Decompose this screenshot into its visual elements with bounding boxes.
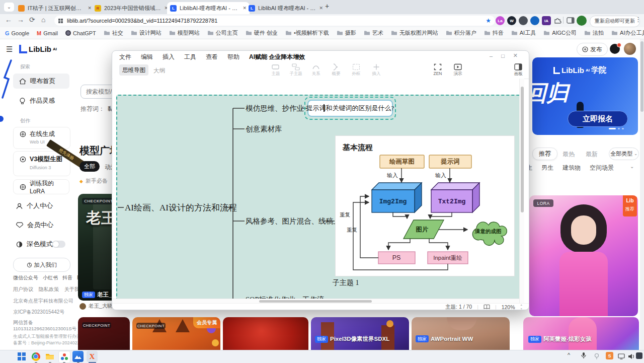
banner-cta-button[interactable]: 立即报名 — [568, 111, 628, 127]
bookmark-folder-social[interactable]: 社交 — [104, 29, 123, 37]
filter-new[interactable]: 最新 — [586, 150, 598, 159]
tray-display-icon[interactable] — [618, 352, 625, 361]
tray-mic-icon[interactable] — [581, 352, 587, 361]
sidebar-item-online-generate[interactable]: 在线生成 Web UI — [13, 127, 70, 149]
map-branch-2[interactable]: 创意素材库 — [246, 124, 282, 134]
taskbar-photos-icon[interactable] — [72, 351, 84, 362]
bookmark-folder-stock[interactable]: 无版权图片网站 — [391, 29, 438, 37]
zoom-level[interactable]: 120% — [502, 304, 515, 310]
bookmark-folder-fapai[interactable]: 法拍 — [584, 29, 604, 37]
bookmark-gmail[interactable]: MGmail — [37, 30, 58, 36]
browser-tab-4[interactable]: L LiblibAI 哩布哩布AI - 中国领先 ✕ — [246, 2, 326, 14]
forward-icon[interactable]: → — [17, 16, 24, 24]
bookmark-folder-video[interactable]: •视频解析下载 — [285, 29, 329, 37]
bookmark-google[interactable]: GGoogle — [5, 30, 29, 36]
minimize-icon[interactable]: – — [490, 53, 493, 59]
tab-outline[interactable]: 大纲 — [153, 67, 165, 75]
bookmark-folder-photo[interactable]: 摄影 — [337, 29, 356, 37]
tags-expand-chevron[interactable]: ⌄ — [630, 164, 634, 169]
link-terms[interactable]: 用户协议 — [13, 286, 33, 293]
link-douyin[interactable]: 抖音 — [62, 274, 72, 281]
bookmark-folder-aigc[interactable]: AIGC公司 — [543, 29, 577, 37]
browser-tab-3-active[interactable]: L LiblibAI-哩布哩布AI - 中国领先 ✕ — [167, 2, 250, 14]
flowchart-image-node[interactable]: 基本流程 绘画草图 提示词 输入 输入 Img2Img — [335, 135, 515, 276]
liblib-logo[interactable]: LibLib AI — [19, 43, 57, 54]
bookmark-folder-art[interactable]: 艺术 — [364, 29, 383, 37]
bookmark-folder-models[interactable]: 模型网站 — [169, 29, 200, 37]
model-card-lora-girl[interactable]: LORA Lib 推荐 — [529, 195, 638, 316]
back-icon[interactable]: ← — [5, 16, 12, 24]
sidebar-item-member[interactable]: 会员中心 — [16, 221, 53, 230]
tray-ime-icon[interactable] — [636, 352, 642, 359]
hamburger-menu-icon[interactable]: ☰ — [6, 45, 13, 54]
h-scrollbar[interactable] — [113, 299, 524, 303]
type-filter-dropdown[interactable]: 全部类型 ⌄ — [609, 148, 639, 160]
home-icon[interactable]: ⌂ — [41, 16, 45, 24]
menu-edit[interactable]: 编辑 — [141, 53, 153, 61]
update-chip-button[interactable]: 重新启动即可更新 — [590, 16, 640, 27]
bookmark-chatgpt[interactable]: ChatGPT — [65, 30, 96, 36]
v-scrollbar[interactable] — [519, 79, 524, 303]
map-root-node[interactable]: AI绘画、AI设计的方法和流程 — [125, 202, 237, 213]
bookmark-folder-design[interactable]: 设计网站 — [131, 29, 162, 37]
start-button[interactable] — [16, 351, 27, 362]
browser-tab-2[interactable]: R 2023年中国营销领域AIGC技术 ✕ — [92, 2, 171, 14]
close-icon[interactable]: ✕ — [319, 6, 323, 11]
map-selected-node[interactable]: 提示词和关键词的区别是什么? — [307, 100, 393, 117]
tab-search-button[interactable]: ⌄ — [4, 3, 14, 12]
tray-chevron-up-icon[interactable]: ^ — [568, 352, 570, 358]
extension-la-icon[interactable]: La — [496, 16, 505, 25]
extension-blue-icon[interactable] — [530, 16, 539, 25]
extension-dark-icon[interactable] — [519, 16, 528, 25]
bookmark-folder-aioffice[interactable]: AI办公工具 — [611, 29, 644, 37]
taskbar-mindmap-app-icon-active[interactable]: X — [87, 351, 98, 362]
flowchart-caption[interactable]: 子主题 1 — [333, 278, 359, 287]
bookmark-folder-douyin[interactable]: 抖音 — [484, 29, 504, 37]
sidebar-item-home[interactable]: 哩布首页 — [13, 74, 69, 89]
bookmark-folder-jifen[interactable]: 积分落户 — [446, 29, 476, 37]
menu-insert[interactable]: 插入 — [163, 53, 175, 61]
tool-boundary[interactable]: 外框 — [347, 63, 366, 77]
tool-summary[interactable]: 概要 — [327, 63, 346, 77]
tool-insert[interactable]: 插入 — [367, 63, 386, 77]
tag-item[interactable]: 男生 — [541, 164, 553, 172]
zoom-stepper[interactable]: ⌃ ⌄ — [520, 305, 523, 309]
tray-pin-icon[interactable] — [594, 352, 600, 361]
tag-item[interactable]: 建筑物 — [562, 164, 581, 172]
newbie-row[interactable]: ◆ 新手必备 — [79, 177, 108, 185]
menu-help[interactable]: 帮助 — [227, 53, 239, 61]
sidebar-item-profile[interactable]: 个人中心 — [16, 201, 53, 210]
tool-board[interactable]: 画板 — [509, 63, 528, 77]
close-icon[interactable]: ✕ — [88, 6, 92, 11]
tool-zen-mode[interactable]: ZEN — [428, 63, 447, 76]
user-avatar[interactable] — [624, 43, 636, 55]
taskbar-explorer-icon[interactable] — [44, 351, 55, 362]
map-branch-1[interactable]: 模仿思维、抄作业 — [246, 104, 304, 113]
page-scrollbar[interactable] — [640, 39, 644, 350]
side-panel-icon[interactable] — [567, 17, 575, 26]
bookmark-folder-hardware[interactable]: 硬件 创业 — [246, 29, 278, 37]
extension-ia-icon[interactable]: IA — [542, 16, 551, 25]
v-scrollbar-thumb[interactable] — [521, 87, 524, 212]
tray-speaker-icon[interactable] — [628, 352, 634, 361]
browser-menu-icon[interactable]: ⋮ — [635, 16, 641, 23]
mindmap-canvas[interactable]: AI绘画、AI设计的方法和流程 模仿思维、抄作业 提示词和关键词的区别是什么? … — [113, 79, 524, 303]
profile-avatar[interactable] — [577, 16, 587, 26]
sidebar-item-v3-generate[interactable]: V3模型生图 Diffusion 3 抢先体验 — [13, 151, 70, 176]
h-scrollbar-thumb[interactable] — [259, 300, 372, 303]
new-tab-button[interactable]: + — [325, 2, 329, 10]
tab-mindmap[interactable]: 思维导图 — [119, 64, 148, 76]
bookmark-star-icon[interactable]: ★ — [486, 17, 491, 24]
tool-subtopic[interactable]: 子主题 — [286, 63, 305, 77]
taskbar-chrome-icon[interactable] — [30, 351, 41, 362]
address-bar[interactable]: liblib.art/?sourceId=000293&bd_vid=11122… — [54, 16, 495, 26]
close-icon[interactable]: ✕ — [513, 52, 518, 59]
bookmark-folder-aitools[interactable]: AI工具 — [511, 29, 536, 37]
page-scrollbar-thumb[interactable] — [640, 41, 643, 112]
tray-snip-icon[interactable]: S — [606, 352, 613, 359]
browser-tab-1[interactable]: IT桔子 | 泛互联网创业投资项目 ✕ — [15, 2, 95, 14]
tool-present[interactable]: 演示 — [448, 63, 467, 77]
menu-tools[interactable]: 工具 — [184, 53, 196, 61]
extension-w-icon[interactable]: W — [507, 16, 516, 25]
maximize-icon[interactable]: □ — [501, 53, 505, 59]
